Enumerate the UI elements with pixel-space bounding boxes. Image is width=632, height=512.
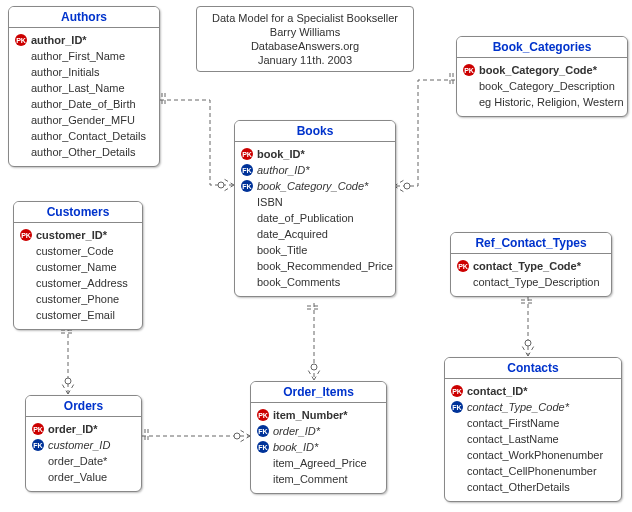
note-line: Barry Williams xyxy=(205,25,405,39)
attribute-row: PKcontact_Type_Code* xyxy=(457,258,605,274)
svg-point-21 xyxy=(65,378,71,384)
attribute-row: contact_Type_Description xyxy=(457,274,605,290)
attribute-name: order_Value xyxy=(48,469,107,485)
attribute-row: author_Other_Details xyxy=(15,144,153,160)
key-slot: PK xyxy=(20,229,36,241)
attribute-row: item_Agreed_Price xyxy=(257,455,380,471)
key-slot: PK xyxy=(463,64,479,76)
entity-title: Orders xyxy=(26,396,141,417)
attribute-name: item_Agreed_Price xyxy=(273,455,367,471)
primary-key-icon: PK xyxy=(451,385,463,397)
attribute-name: contact_ID* xyxy=(467,383,528,399)
attribute-row: FKbook_ID* xyxy=(257,439,380,455)
key-slot: PK xyxy=(15,34,31,46)
attribute-row: PKauthor_ID* xyxy=(15,32,153,48)
attribute-name: contact_CellPhonenumber xyxy=(467,463,597,479)
entity-body: PKbook_ID*FKauthor_ID*FKbook_Category_Co… xyxy=(235,142,395,296)
entity-body: PKauthor_ID*author_First_Nameauthor_Init… xyxy=(9,28,159,166)
attribute-row: order_Value xyxy=(32,469,135,485)
attribute-row: author_Contact_Details xyxy=(15,128,153,144)
attribute-name: author_Other_Details xyxy=(31,144,136,160)
attribute-row: author_Gender_MFU xyxy=(15,112,153,128)
svg-line-14 xyxy=(314,370,320,380)
attribute-name: book_Recommended_Price xyxy=(257,258,393,274)
key-slot: PK xyxy=(257,409,273,421)
entity-orders: Orders PKorder_ID*FKcustomer_IDorder_Dat… xyxy=(25,395,142,492)
attribute-name: customer_ID xyxy=(48,437,110,453)
attribute-name: customer_Email xyxy=(36,307,115,323)
attribute-name: author_ID* xyxy=(31,32,87,48)
svg-line-32 xyxy=(528,346,534,356)
attribute-name: contact_FirstName xyxy=(467,415,559,431)
attribute-name: date_Acquired xyxy=(257,226,328,242)
attribute-name: eg Historic, Religion, Western xyxy=(479,94,624,110)
attribute-name: book_Title xyxy=(257,242,307,258)
key-slot: PK xyxy=(241,148,257,160)
attribute-name: contact_WorkPhonenumber xyxy=(467,447,603,463)
entity-authors: Authors PKauthor_ID*author_First_Nameaut… xyxy=(8,6,160,167)
entity-body: PKcustomer_ID*customer_Codecustomer_Name… xyxy=(14,223,142,329)
attribute-name: author_Date_of_Birth xyxy=(31,96,136,112)
attribute-row: PKbook_ID* xyxy=(241,146,389,162)
attribute-name: book_Comments xyxy=(257,274,340,290)
attribute-name: book_ID* xyxy=(273,439,318,455)
attribute-name: author_Contact_Details xyxy=(31,128,146,144)
key-slot: FK xyxy=(257,441,273,453)
attribute-row: book_Title xyxy=(241,242,389,258)
attribute-name: customer_Name xyxy=(36,259,117,275)
erd-canvas: Data Model for a Specialist Bookseller B… xyxy=(0,0,632,512)
attribute-row: FKcontact_Type_Code* xyxy=(451,399,615,415)
attribute-row: PKitem_Number* xyxy=(257,407,380,423)
svg-point-15 xyxy=(311,364,317,370)
attribute-name: book_ID* xyxy=(257,146,305,162)
entity-title: Customers xyxy=(14,202,142,223)
attribute-name: order_Date* xyxy=(48,453,107,469)
attribute-row: PKcontact_ID* xyxy=(451,383,615,399)
svg-point-4 xyxy=(218,182,224,188)
entity-body: PKorder_ID*FKcustomer_IDorder_Date*order… xyxy=(26,417,141,491)
attribute-name: author_Last_Name xyxy=(31,80,125,96)
attribute-row: book_Category_Description xyxy=(463,78,621,94)
attribute-name: author_First_Name xyxy=(31,48,125,64)
entity-title: Books xyxy=(235,121,395,142)
svg-point-27 xyxy=(234,433,240,439)
primary-key-icon: PK xyxy=(15,34,27,46)
attribute-row: customer_Email xyxy=(20,307,136,323)
attribute-name: customer_Code xyxy=(36,243,114,259)
entity-customers: Customers PKcustomer_ID*customer_Codecus… xyxy=(13,201,143,330)
primary-key-icon: PK xyxy=(257,409,269,421)
attribute-name: customer_Phone xyxy=(36,291,119,307)
attribute-name: contact_Type_Code* xyxy=(467,399,569,415)
attribute-row: date_Acquired xyxy=(241,226,389,242)
attribute-row: customer_Code xyxy=(20,243,136,259)
key-slot: PK xyxy=(32,423,48,435)
svg-line-26 xyxy=(240,436,250,442)
attribute-name: order_ID* xyxy=(273,423,320,439)
primary-key-icon: PK xyxy=(20,229,32,241)
attribute-row: customer_Address xyxy=(20,275,136,291)
attribute-name: item_Number* xyxy=(273,407,348,423)
entity-order-items: Order_Items PKitem_Number*FKorder_ID*FKb… xyxy=(250,381,387,494)
attribute-name: contact_Type_Description xyxy=(473,274,600,290)
svg-line-19 xyxy=(62,384,68,394)
diagram-note: Data Model for a Specialist Bookseller B… xyxy=(196,6,414,72)
primary-key-icon: PK xyxy=(241,148,253,160)
entity-title: Book_Categories xyxy=(457,37,627,58)
attribute-row: FKbook_Category_Code* xyxy=(241,178,389,194)
attribute-row: ISBN xyxy=(241,194,389,210)
key-slot: FK xyxy=(257,425,273,437)
svg-line-25 xyxy=(240,430,250,436)
attribute-row: item_Comment xyxy=(257,471,380,487)
attribute-row: customer_Phone xyxy=(20,291,136,307)
attribute-row: FKorder_ID* xyxy=(257,423,380,439)
attribute-row: contact_OtherDetails xyxy=(451,479,615,495)
foreign-key-icon: FK xyxy=(241,180,253,192)
entity-body: PKbook_Category_Code*book_Category_Descr… xyxy=(457,58,627,116)
entity-body: PKcontact_ID*FKcontact_Type_Code*contact… xyxy=(445,379,621,501)
attribute-name: order_ID* xyxy=(48,421,98,437)
attribute-row: PKbook_Category_Code* xyxy=(463,62,621,78)
attribute-name: item_Comment xyxy=(273,471,348,487)
svg-point-9 xyxy=(404,183,410,189)
attribute-name: contact_Type_Code* xyxy=(473,258,581,274)
attribute-row: book_Comments xyxy=(241,274,389,290)
